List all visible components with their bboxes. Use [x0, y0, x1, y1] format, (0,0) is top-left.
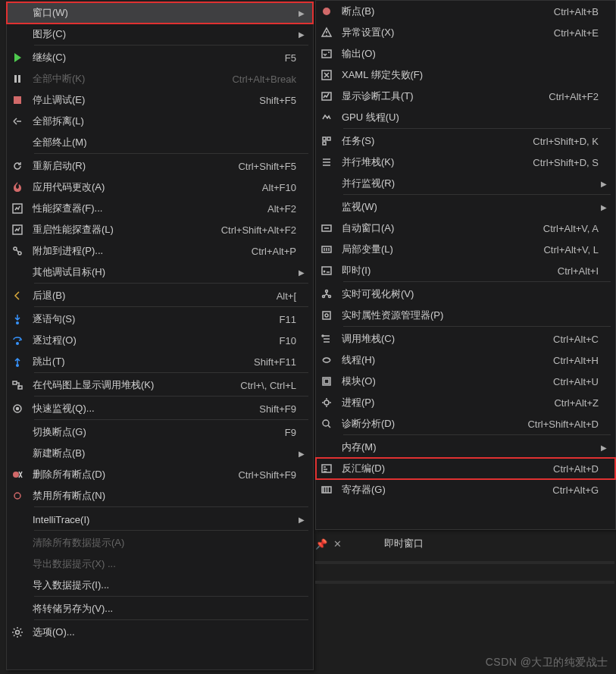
debug-menu-item-save-dump[interactable]: 将转储另存为(V)... [7, 598, 313, 619]
windows-menu-item-immediate[interactable]: 即时(I)Ctrl+Alt+I [316, 260, 615, 281]
menu-item-label: 并行监视(R) [337, 177, 599, 190]
windows-menu-item-diag-tools[interactable]: 显示诊断工具(T)Ctrl+Alt+F2 [316, 86, 615, 107]
svg-point-15 [14, 493, 20, 499]
menu-item-label: 跳出(T) [28, 355, 239, 368]
gear-icon [7, 626, 28, 638]
menu-item-label: 重新启动(R) [28, 159, 223, 173]
windows-menu-item-threads[interactable]: 线程(H)Ctrl+Alt+H [316, 350, 615, 371]
windows-menu-item-tasks[interactable]: 任务(S)Ctrl+Shift+D, K [316, 130, 615, 152]
debug-menu-item-intellitrace[interactable]: IntelliTrace(I)▶ [7, 509, 313, 530]
windows-menu-item-live-prop[interactable]: 实时属性资源管理器(P) [316, 305, 615, 326]
windows-menu-item-exception-settings[interactable]: 异常设置(X)Ctrl+Alt+E [316, 22, 615, 43]
debug-menu-item-apply-code[interactable]: 应用代码更改(A)Alt+F10 [7, 177, 313, 198]
windows-menu-item-modules[interactable]: 模块(O)Ctrl+Alt+U [316, 371, 615, 392]
callstack-icon [316, 333, 337, 345]
menu-item-label: 逐语句(S) [28, 312, 264, 326]
close-icon[interactable]: ✕ [333, 538, 342, 550]
debug-windows-submenu: 断点(B)Ctrl+Alt+B异常设置(X)Ctrl+Alt+E输出(O)XAM… [315, 0, 616, 530]
debug-menu-item-new-bp[interactable]: 新建断点(B)▶ [7, 443, 313, 464]
menu-item-shortcut: Ctrl+Shift+Alt+D [512, 419, 599, 430]
svg-rect-22 [327, 137, 330, 140]
debug-menu-item-stop-debug[interactable]: 停止调试(E)Shift+F5 [7, 89, 313, 111]
submenu-arrow-icon: ▶ [296, 268, 307, 277]
windows-menu-item-watch[interactable]: 监视(W)▶ [316, 196, 615, 218]
submenu-arrow-icon: ▶ [599, 203, 609, 212]
svg-point-13 [17, 408, 19, 410]
menu-item-label: 导入数据提示(I)... [28, 578, 296, 592]
map-icon [7, 379, 28, 391]
stepout-icon [7, 356, 28, 368]
menu-item-label: 切换断点(G) [28, 425, 270, 439]
debug-menu-item-step-back[interactable]: 后退(B)Alt+[ [7, 285, 313, 306]
submenu-arrow-icon: ▶ [599, 180, 609, 188]
debug-menu-item-attach-process[interactable]: 附加到进程(P)...Ctrl+Alt+P [7, 240, 313, 262]
menu-item-label: GPU 线程(U) [337, 111, 599, 124]
svg-point-17 [323, 8, 330, 15]
menu-item-shortcut: Ctrl+Alt+P [236, 246, 296, 257]
svg-point-6 [18, 252, 21, 255]
svg-point-7 [16, 321, 19, 324]
menu-item-label: 全部中断(K) [28, 72, 217, 86]
windows-menu-item-memory[interactable]: 内存(M)▶ [316, 437, 615, 458]
debug-menu-item-step-out[interactable]: 跳出(T)Shift+F11 [7, 351, 313, 372]
debug-menu-item-step-over[interactable]: 逐过程(O)F10 [7, 330, 313, 351]
windows-menu-item-parallel-stacks[interactable]: 并行堆栈(K)Ctrl+Shift+D, S [316, 152, 615, 173]
debug-menu-item-window[interactable]: 窗口(W)▶ [7, 2, 313, 24]
svg-point-5 [14, 247, 17, 250]
debug-menu-item-options[interactable]: 选项(O)... [7, 622, 313, 643]
windows-menu-item-output[interactable]: 输出(O) [316, 43, 615, 64]
windows-menu-item-disassembly[interactable]: 反汇编(D)Ctrl+Alt+D [316, 458, 615, 479]
menu-item-shortcut: Ctrl+Alt+C [538, 334, 599, 345]
debug-menu-item-continue[interactable]: 继续(C)F5 [7, 47, 313, 68]
windows-menu-item-xaml-bind-fail[interactable]: XAML 绑定失败(F) [316, 64, 615, 86]
svg-point-36 [323, 420, 329, 426]
menu-item-label: 选项(O)... [28, 625, 296, 639]
pin-icon[interactable]: 📌 [315, 538, 327, 550]
menu-item-shortcut: Shift+F11 [239, 356, 296, 368]
windows-menu-item-locals[interactable]: 局部变量(L)Ctrl+Alt+V, L [316, 239, 615, 260]
watch-icon [7, 403, 28, 415]
windows-menu-item-live-vtree[interactable]: 实时可视化树(V) [316, 284, 615, 305]
menu-item-shortcut: Ctrl+Alt+Break [217, 74, 296, 85]
submenu-arrow-icon: ▶ [599, 444, 609, 452]
menu-item-label: 全部拆离(L) [28, 114, 296, 128]
debug-menu-item-break-all: 全部中断(K)Ctrl+Alt+Break [7, 68, 313, 89]
debug-menu-item-delete-bp[interactable]: 删除所有断点(D)Ctrl+Shift+F9 [7, 464, 313, 485]
debug-menu-item-restart[interactable]: 重新启动(R)Ctrl+Shift+F5 [7, 155, 313, 177]
debug-menu-item-toggle-bp[interactable]: 切换断点(G)F9 [7, 422, 313, 443]
windows-menu-item-registers[interactable]: 寄存器(G)Ctrl+Alt+G [316, 479, 615, 500]
menu-item-label: 反汇编(D) [337, 462, 538, 475]
windows-menu-item-parallel-watch[interactable]: 并行监视(R)▶ [316, 173, 615, 194]
debug-menu-item-graphics[interactable]: 图形(C)▶ [7, 24, 313, 45]
debug-menu-item-other-targets[interactable]: 其他调试目标(H)▶ [7, 262, 313, 283]
svg-point-9 [16, 364, 19, 367]
debug-menu-item-step-into[interactable]: 逐语句(S)F11 [7, 309, 313, 330]
debug-menu-item-detach-all[interactable]: 全部拆离(L) [7, 111, 313, 132]
menu-item-label: 线程(H) [337, 353, 538, 367]
menu-item-label: 输出(O) [337, 47, 599, 61]
svg-rect-10 [13, 381, 17, 384]
debug-menu-item-perf-profiler[interactable]: 性能探查器(F)...Alt+F2 [7, 198, 313, 219]
debug-menu-item-show-callstack-map[interactable]: 在代码图上显示调用堆栈(K)Ctrl+\, Ctrl+L [7, 375, 313, 396]
debug-menu-item-import-tips[interactable]: 导入数据提示(I)... [7, 575, 313, 596]
immediate-icon [316, 265, 337, 277]
menu-item-label: 寄存器(G) [337, 483, 537, 497]
debug-menu-item-export-tips: 导出数据提示(X) ... [7, 553, 313, 575]
debug-menu-item-disable-bp[interactable]: 禁用所有断点(N) [7, 485, 313, 506]
submenu-arrow-icon: ▶ [296, 450, 307, 458]
menu-item-label: 异常设置(X) [337, 26, 539, 39]
svg-point-16 [16, 631, 20, 635]
debug-menu-item-terminate-all[interactable]: 全部终止(M) [7, 132, 313, 153]
windows-menu-item-diag-analysis[interactable]: 诊断分析(D)Ctrl+Shift+Alt+D [316, 413, 615, 434]
windows-menu-item-gpu-threads[interactable]: GPU 线程(U) [316, 107, 615, 128]
debug-menu-item-restart-perf[interactable]: 重启性能探查器(L)Ctrl+Shift+Alt+F2 [7, 219, 313, 240]
gpu-icon [316, 111, 337, 124]
windows-menu-item-callstack[interactable]: 调用堆栈(C)Ctrl+Alt+C [316, 328, 615, 350]
windows-menu-item-processes[interactable]: 进程(P)Ctrl+Alt+Z [316, 392, 615, 413]
svg-point-8 [16, 342, 19, 345]
windows-menu-item-autos[interactable]: 自动窗口(A)Ctrl+Alt+V, A [316, 218, 615, 239]
debug-menu-item-quickwatch[interactable]: 快速监视(Q)...Shift+F9 [7, 398, 313, 419]
windows-menu-item-breakpoints[interactable]: 断点(B)Ctrl+Alt+B [316, 1, 615, 22]
menu-item-shortcut: Ctrl+Alt+V, A [528, 223, 599, 234]
menu-item-label: 停止调试(E) [28, 93, 244, 107]
